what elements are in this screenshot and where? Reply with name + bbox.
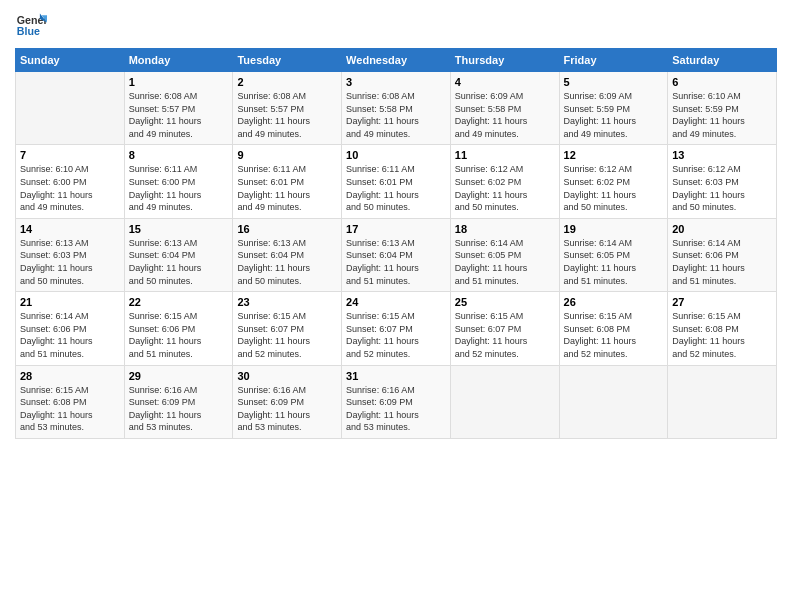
- day-info: Sunrise: 6:15 AM Sunset: 6:07 PM Dayligh…: [455, 310, 555, 360]
- calendar-cell: 5Sunrise: 6:09 AM Sunset: 5:59 PM Daylig…: [559, 72, 668, 145]
- day-info: Sunrise: 6:14 AM Sunset: 6:06 PM Dayligh…: [672, 237, 772, 287]
- day-number: 25: [455, 296, 555, 308]
- calendar-week: 28Sunrise: 6:15 AM Sunset: 6:08 PM Dayli…: [16, 365, 777, 438]
- calendar-cell: 13Sunrise: 6:12 AM Sunset: 6:03 PM Dayli…: [668, 145, 777, 218]
- day-info: Sunrise: 6:15 AM Sunset: 6:08 PM Dayligh…: [564, 310, 664, 360]
- calendar-cell: [16, 72, 125, 145]
- day-info: Sunrise: 6:15 AM Sunset: 6:07 PM Dayligh…: [237, 310, 337, 360]
- calendar-body: 1Sunrise: 6:08 AM Sunset: 5:57 PM Daylig…: [16, 72, 777, 439]
- calendar-cell: 25Sunrise: 6:15 AM Sunset: 6:07 PM Dayli…: [450, 292, 559, 365]
- calendar-cell: 11Sunrise: 6:12 AM Sunset: 6:02 PM Dayli…: [450, 145, 559, 218]
- calendar-cell: 21Sunrise: 6:14 AM Sunset: 6:06 PM Dayli…: [16, 292, 125, 365]
- day-info: Sunrise: 6:12 AM Sunset: 6:02 PM Dayligh…: [455, 163, 555, 213]
- calendar-cell: [559, 365, 668, 438]
- logo-icon: General Blue: [15, 10, 47, 42]
- day-number: 14: [20, 223, 120, 235]
- day-info: Sunrise: 6:10 AM Sunset: 5:59 PM Dayligh…: [672, 90, 772, 140]
- day-info: Sunrise: 6:16 AM Sunset: 6:09 PM Dayligh…: [237, 384, 337, 434]
- calendar-cell: 20Sunrise: 6:14 AM Sunset: 6:06 PM Dayli…: [668, 218, 777, 291]
- calendar-cell: 7Sunrise: 6:10 AM Sunset: 6:00 PM Daylig…: [16, 145, 125, 218]
- calendar-cell: 10Sunrise: 6:11 AM Sunset: 6:01 PM Dayli…: [342, 145, 451, 218]
- day-number: 16: [237, 223, 337, 235]
- day-number: 24: [346, 296, 446, 308]
- calendar-cell: 27Sunrise: 6:15 AM Sunset: 6:08 PM Dayli…: [668, 292, 777, 365]
- day-number: 15: [129, 223, 229, 235]
- day-number: 12: [564, 149, 664, 161]
- day-number: 8: [129, 149, 229, 161]
- day-header: Thursday: [450, 49, 559, 72]
- day-number: 3: [346, 76, 446, 88]
- day-info: Sunrise: 6:15 AM Sunset: 6:08 PM Dayligh…: [20, 384, 120, 434]
- day-info: Sunrise: 6:12 AM Sunset: 6:03 PM Dayligh…: [672, 163, 772, 213]
- day-info: Sunrise: 6:10 AM Sunset: 6:00 PM Dayligh…: [20, 163, 120, 213]
- day-number: 21: [20, 296, 120, 308]
- day-number: 11: [455, 149, 555, 161]
- calendar-cell: 31Sunrise: 6:16 AM Sunset: 6:09 PM Dayli…: [342, 365, 451, 438]
- day-header: Tuesday: [233, 49, 342, 72]
- calendar-cell: 29Sunrise: 6:16 AM Sunset: 6:09 PM Dayli…: [124, 365, 233, 438]
- day-number: 4: [455, 76, 555, 88]
- calendar-week: 21Sunrise: 6:14 AM Sunset: 6:06 PM Dayli…: [16, 292, 777, 365]
- day-info: Sunrise: 6:13 AM Sunset: 6:04 PM Dayligh…: [129, 237, 229, 287]
- calendar-cell: 19Sunrise: 6:14 AM Sunset: 6:05 PM Dayli…: [559, 218, 668, 291]
- day-number: 1: [129, 76, 229, 88]
- page-header: General Blue: [15, 10, 777, 42]
- calendar-cell: 30Sunrise: 6:16 AM Sunset: 6:09 PM Dayli…: [233, 365, 342, 438]
- calendar-cell: 18Sunrise: 6:14 AM Sunset: 6:05 PM Dayli…: [450, 218, 559, 291]
- day-info: Sunrise: 6:12 AM Sunset: 6:02 PM Dayligh…: [564, 163, 664, 213]
- day-number: 2: [237, 76, 337, 88]
- calendar-cell: 24Sunrise: 6:15 AM Sunset: 6:07 PM Dayli…: [342, 292, 451, 365]
- day-number: 9: [237, 149, 337, 161]
- day-info: Sunrise: 6:16 AM Sunset: 6:09 PM Dayligh…: [346, 384, 446, 434]
- day-info: Sunrise: 6:14 AM Sunset: 6:06 PM Dayligh…: [20, 310, 120, 360]
- day-number: 28: [20, 370, 120, 382]
- day-number: 22: [129, 296, 229, 308]
- calendar-cell: [668, 365, 777, 438]
- calendar-cell: 9Sunrise: 6:11 AM Sunset: 6:01 PM Daylig…: [233, 145, 342, 218]
- day-header: Monday: [124, 49, 233, 72]
- calendar-cell: 26Sunrise: 6:15 AM Sunset: 6:08 PM Dayli…: [559, 292, 668, 365]
- calendar-cell: 12Sunrise: 6:12 AM Sunset: 6:02 PM Dayli…: [559, 145, 668, 218]
- day-number: 17: [346, 223, 446, 235]
- calendar-cell: 2Sunrise: 6:08 AM Sunset: 5:57 PM Daylig…: [233, 72, 342, 145]
- calendar-cell: 3Sunrise: 6:08 AM Sunset: 5:58 PM Daylig…: [342, 72, 451, 145]
- calendar-cell: 8Sunrise: 6:11 AM Sunset: 6:00 PM Daylig…: [124, 145, 233, 218]
- day-info: Sunrise: 6:13 AM Sunset: 6:04 PM Dayligh…: [237, 237, 337, 287]
- day-number: 29: [129, 370, 229, 382]
- day-number: 30: [237, 370, 337, 382]
- day-number: 20: [672, 223, 772, 235]
- day-header: Sunday: [16, 49, 125, 72]
- day-number: 19: [564, 223, 664, 235]
- calendar-week: 1Sunrise: 6:08 AM Sunset: 5:57 PM Daylig…: [16, 72, 777, 145]
- day-info: Sunrise: 6:11 AM Sunset: 6:00 PM Dayligh…: [129, 163, 229, 213]
- calendar-week: 7Sunrise: 6:10 AM Sunset: 6:00 PM Daylig…: [16, 145, 777, 218]
- day-info: Sunrise: 6:08 AM Sunset: 5:58 PM Dayligh…: [346, 90, 446, 140]
- day-info: Sunrise: 6:14 AM Sunset: 6:05 PM Dayligh…: [455, 237, 555, 287]
- day-number: 5: [564, 76, 664, 88]
- day-number: 26: [564, 296, 664, 308]
- calendar-cell: 15Sunrise: 6:13 AM Sunset: 6:04 PM Dayli…: [124, 218, 233, 291]
- day-number: 18: [455, 223, 555, 235]
- calendar-cell: 28Sunrise: 6:15 AM Sunset: 6:08 PM Dayli…: [16, 365, 125, 438]
- day-number: 10: [346, 149, 446, 161]
- day-header: Friday: [559, 49, 668, 72]
- svg-text:Blue: Blue: [17, 25, 40, 37]
- day-info: Sunrise: 6:08 AM Sunset: 5:57 PM Dayligh…: [129, 90, 229, 140]
- calendar-cell: 1Sunrise: 6:08 AM Sunset: 5:57 PM Daylig…: [124, 72, 233, 145]
- calendar-cell: 17Sunrise: 6:13 AM Sunset: 6:04 PM Dayli…: [342, 218, 451, 291]
- day-info: Sunrise: 6:15 AM Sunset: 6:08 PM Dayligh…: [672, 310, 772, 360]
- calendar-header: SundayMondayTuesdayWednesdayThursdayFrid…: [16, 49, 777, 72]
- day-number: 13: [672, 149, 772, 161]
- day-info: Sunrise: 6:13 AM Sunset: 6:03 PM Dayligh…: [20, 237, 120, 287]
- calendar-week: 14Sunrise: 6:13 AM Sunset: 6:03 PM Dayli…: [16, 218, 777, 291]
- day-info: Sunrise: 6:11 AM Sunset: 6:01 PM Dayligh…: [237, 163, 337, 213]
- day-info: Sunrise: 6:13 AM Sunset: 6:04 PM Dayligh…: [346, 237, 446, 287]
- day-number: 31: [346, 370, 446, 382]
- day-info: Sunrise: 6:09 AM Sunset: 5:59 PM Dayligh…: [564, 90, 664, 140]
- calendar-cell: [450, 365, 559, 438]
- day-info: Sunrise: 6:08 AM Sunset: 5:57 PM Dayligh…: [237, 90, 337, 140]
- day-info: Sunrise: 6:15 AM Sunset: 6:07 PM Dayligh…: [346, 310, 446, 360]
- day-number: 6: [672, 76, 772, 88]
- calendar-cell: 4Sunrise: 6:09 AM Sunset: 5:58 PM Daylig…: [450, 72, 559, 145]
- day-info: Sunrise: 6:15 AM Sunset: 6:06 PM Dayligh…: [129, 310, 229, 360]
